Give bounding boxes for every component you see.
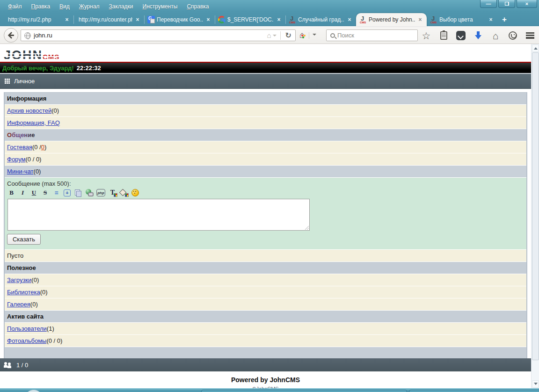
table-row: Информация, FAQ — [5, 117, 526, 129]
message-textarea[interactable] — [7, 199, 310, 231]
underline-icon[interactable]: U — [30, 189, 38, 196]
reading-list-icon[interactable] — [438, 30, 449, 41]
bold-icon[interactable]: B — [7, 189, 15, 196]
tab[interactable]: Powered by John...× — [356, 13, 427, 26]
php-icon[interactable]: php — [96, 189, 105, 196]
fill-color-icon[interactable] — [120, 189, 128, 196]
scrollbar[interactable] — [531, 44, 539, 388]
divider — [280, 31, 281, 40]
bbcode-toolbar: BIUS≡+phpT — [7, 189, 526, 197]
divider — [309, 32, 309, 39]
tab-title: Случайный град... — [298, 16, 344, 23]
reading-home-icon[interactable]: ⌂ — [267, 32, 271, 39]
menubar-item-файл[interactable]: Файл — [4, 2, 26, 11]
taskbar-sliver — [0, 388, 539, 392]
tab[interactable]: Выбор цвета× — [427, 13, 497, 26]
menubar-item-закладки[interactable]: Закладки — [105, 2, 138, 11]
menubar-item-справка[interactable]: Справка — [182, 2, 213, 11]
unread-counter-link[interactable]: 0 — [41, 144, 44, 151]
minimize-button[interactable]: — — [480, 0, 497, 8]
menu-link[interactable]: Пользователи — [7, 325, 47, 332]
tab-close-icon[interactable]: × — [346, 16, 353, 23]
tab[interactable]: http://my.ru/2.php× — [3, 13, 73, 26]
url-input[interactable] — [34, 32, 267, 39]
tab[interactable]: http://my.ru/counter.php× — [73, 13, 144, 26]
search-input[interactable] — [337, 32, 417, 39]
users-online-icon — [4, 362, 13, 368]
empty-state-row: Пусто — [5, 250, 526, 262]
taskbar-button[interactable] — [201, 390, 407, 392]
back-arrow-icon — [7, 31, 15, 39]
menu-link[interactable]: Библиотека — [7, 289, 40, 296]
menu-link[interactable]: Загрузки — [7, 276, 31, 283]
menu-link[interactable]: Гостевая — [7, 144, 32, 151]
navigation-toolbar: ⌂ ↻ ⌂ ☆ ⌂ — [0, 27, 539, 44]
scroll-up-button[interactable] — [532, 44, 539, 52]
table-row: Архив новостей (0) — [5, 105, 526, 117]
menu-link[interactable]: Архив новостей — [7, 107, 51, 114]
back-button[interactable] — [4, 28, 18, 43]
tab[interactable]: $_SERVER['DOC...× — [215, 13, 285, 26]
menu-link[interactable]: Форум — [7, 156, 26, 163]
speed-dial-home-icon[interactable]: ⌂ — [299, 30, 305, 39]
triangle-up-icon — [534, 45, 538, 50]
tab[interactable]: Переводчик Goo...× — [144, 13, 215, 26]
section-header: Актив сайта — [5, 311, 526, 323]
italic-icon[interactable]: I — [19, 189, 27, 196]
restore-button[interactable] — [498, 0, 515, 8]
quote-icon[interactable] — [74, 189, 82, 196]
strike-icon[interactable]: S — [41, 189, 49, 196]
smiley-icon[interactable] — [131, 189, 139, 196]
down-arrow-icon — [475, 31, 481, 40]
section-header: Информация — [5, 93, 526, 105]
tab-title: Выбор цвета — [439, 16, 486, 23]
scroll-down-button[interactable] — [532, 380, 539, 388]
tab-close-icon[interactable]: × — [134, 16, 141, 23]
downloads-icon[interactable] — [473, 30, 483, 41]
menu-link[interactable]: Галерея — [7, 301, 30, 308]
menu-hamburger-icon[interactable] — [525, 30, 535, 41]
font-color-icon[interactable]: T — [109, 189, 117, 196]
menu-link[interactable]: Фотоальбомы — [7, 337, 46, 344]
url-icon[interactable] — [85, 189, 93, 196]
menu-link[interactable]: Информация, FAQ — [7, 119, 60, 126]
chevron-down-icon[interactable] — [313, 34, 316, 37]
searchbox[interactable] — [326, 29, 418, 41]
tab-close-icon[interactable]: × — [276, 16, 282, 23]
pocket-icon[interactable] — [456, 30, 466, 41]
tab-close-icon[interactable]: × — [64, 16, 70, 23]
reload-icon[interactable]: ↻ — [283, 31, 294, 40]
window-controls: — × — [480, 0, 537, 8]
tab[interactable]: Случайный град...× — [285, 13, 356, 26]
tab-title: $_SERVER['DOC... — [227, 16, 274, 23]
clipboard-icon — [440, 31, 447, 40]
tab-title: http://my.ru/2.php — [8, 16, 62, 23]
close-button[interactable]: × — [517, 0, 537, 8]
menubar-item-правка[interactable]: Правка — [27, 2, 55, 11]
menubar-item-вид[interactable]: Вид — [55, 2, 74, 11]
chevron-down-icon[interactable] — [273, 35, 277, 38]
menu-link[interactable]: Мини-чат — [7, 168, 34, 175]
list-icon[interactable]: ≡ — [52, 189, 60, 196]
spoiler-icon[interactable]: + — [64, 189, 71, 196]
table-row: Фотоальбомы (0 / 0) — [5, 335, 526, 347]
taskbar-button[interactable] — [409, 390, 539, 392]
color-palette-icon — [114, 193, 117, 197]
bookmark-star-icon[interactable]: ☆ — [421, 30, 431, 41]
feedback-smiley-icon[interactable] — [508, 30, 518, 41]
menubar-item-инструменты[interactable]: Инструменты — [138, 2, 182, 11]
tab-close-icon[interactable]: × — [488, 16, 494, 23]
section-nav-bar[interactable]: Личное — [0, 74, 531, 89]
tab-close-icon[interactable]: × — [417, 16, 423, 23]
greeting-text: Добрый вечер, Эдуард! — [2, 65, 74, 72]
say-button[interactable]: Сказать — [7, 234, 41, 245]
start-orb-icon[interactable] — [24, 390, 43, 392]
logo-text: JOHN — [4, 48, 43, 62]
home-icon[interactable]: ⌂ — [490, 30, 501, 41]
johncms-favicon — [359, 16, 367, 23]
new-tab-button[interactable]: + — [497, 14, 511, 25]
tab-close-icon[interactable]: × — [205, 16, 211, 23]
menubar-item-журнал[interactable]: Журнал — [75, 2, 104, 11]
scrollbar-thumb[interactable] — [532, 52, 539, 360]
urlbar[interactable]: ⌂ ↻ — [21, 29, 296, 41]
